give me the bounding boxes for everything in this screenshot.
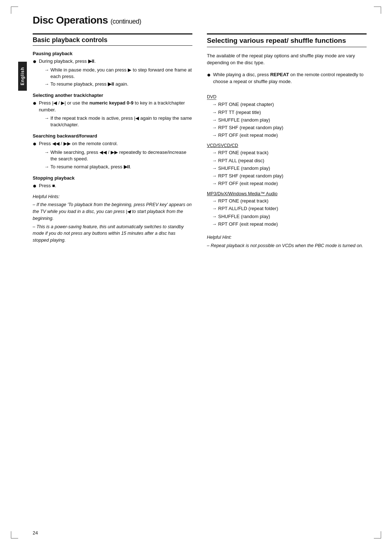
helpful-hints-title: Helpful Hints: (33, 193, 192, 200)
left-column: Basic playback controls Pausing playback… (33, 33, 192, 249)
mp3-section: MP3/DivX/Windows Media™ Audio → RPT ONE … (207, 191, 367, 228)
corner-mark-bl (11, 531, 18, 538)
page-title: Disc Operations (continued) (33, 15, 367, 26)
mp3-item-2: → RPT ALL/FLD (repeat folder) (212, 205, 367, 212)
vcd-item-1: → RPT ONE (repeat track) (212, 149, 367, 156)
mp3-item-4: → RPT OFF (exit repeat mode) (212, 221, 367, 228)
right-intro-text: The available of the repeat play options… (207, 52, 367, 66)
searching-arrows: → While searching, press ◀◀ / ▶▶ repeate… (39, 149, 192, 170)
page-number: 24 (33, 530, 38, 536)
helpful-hint-line-2: – This is a power-saving feature, this u… (33, 224, 192, 244)
selecting-bullet: ● Press |◀ / ▶| or use the numeric keypa… (33, 100, 192, 114)
dvd-item-5: → RPT OFF (exit repeat mode) (212, 132, 367, 139)
searching-bullet-text: Press ◀◀ / ▶▶ on the remote control. (39, 140, 192, 147)
stopping-bullet-text: Press ■. (39, 183, 192, 189)
pausing-heading: Pausing playback (33, 51, 192, 56)
helpful-hints: Helpful Hints: – If the message 'To play… (33, 193, 192, 244)
pausing-arrows: → While in pause mode, you can press ▶ t… (39, 67, 192, 88)
right-main-bullet: ● While playing a disc, press REPEAT on … (207, 71, 367, 85)
dvd-section: DVD → RPT ONE (repeat chapter) → RPT TT … (207, 90, 367, 139)
helpful-hint-line-1: – If the message 'To playback from the b… (33, 201, 192, 222)
corner-mark-tr (374, 7, 381, 14)
searching-arrow-2: → To resume normal playback, press ▶II. (44, 164, 192, 170)
left-section-heading: Basic playback controls (33, 33, 192, 46)
dvd-item-2: → RPT TT (repeat title) (212, 109, 367, 116)
pausing-arrow-2: → To resume playback, press ▶II again. (44, 81, 192, 87)
page-title-main: Disc Operations (33, 15, 108, 26)
right-main-bullet-text: While playing a disc, press REPEAT on th… (213, 71, 367, 85)
pausing-bullet: ● During playback, press ▶II. (33, 58, 192, 65)
searching-heading: Searching backward/forward (33, 133, 192, 139)
selecting-arrows: → If the repeat track mode is active, pr… (39, 115, 192, 128)
sidebar-language-label: English (18, 62, 27, 91)
vcd-item-5: → RPT OFF (exit repeat mode) (212, 180, 367, 187)
dvd-item-1: → RPT ONE (repeat chapter) (212, 101, 367, 108)
searching-arrow-1: → While searching, press ◀◀ / ▶▶ repeate… (44, 149, 192, 162)
selecting-arrow-1: → If the repeat track mode is active, pr… (44, 115, 192, 128)
right-section-heading: Selecting various repeat/ shuffle functi… (207, 33, 367, 47)
mp3-item-3: → SHUFFLE (random play) (212, 213, 367, 220)
dvd-item-4: → RPT SHF (repeat random play) (212, 124, 367, 131)
bullet-dot: ● (33, 183, 37, 190)
mp3-item-1: → RPT ONE (repeat track) (212, 198, 367, 204)
stopping-bullet: ● Press ■. (33, 183, 192, 190)
main-content: Basic playback controls Pausing playback… (33, 33, 367, 249)
searching-bullet: ● Press ◀◀ / ▶▶ on the remote control. (33, 140, 192, 148)
dvd-item-3: → SHUFFLE (random play) (212, 117, 367, 123)
right-helpful-hint-title: Helpful Hint: (207, 234, 367, 241)
bullet-dot: ● (33, 58, 37, 65)
bullet-dot: ● (33, 100, 37, 107)
right-helpful-hint-line-1: – Repeat playback is not possible on VCD… (207, 242, 367, 249)
bullet-dot: ● (33, 140, 37, 148)
vcd-label: VCD/SVCD/CD (207, 143, 367, 148)
vcd-item-4: → RPT SHF (repeat random play) (212, 173, 367, 179)
dvd-label: DVD (207, 94, 216, 100)
pausing-bullet-text: During playback, press ▶II. (39, 58, 192, 65)
vcd-item-2: → RPT ALL (repeat disc) (212, 157, 367, 164)
vcd-item-3: → SHUFFLE (random play) (212, 165, 367, 172)
right-helpful-hint: Helpful Hint: – Repeat playback is not p… (207, 234, 367, 249)
bullet-dot: ● (207, 71, 211, 79)
selecting-heading: Selecting another track/chapter (33, 93, 192, 98)
stopping-heading: Stopping playback (33, 175, 192, 181)
mp3-label: MP3/DivX/Windows Media™ Audio (207, 191, 367, 196)
corner-mark-br (374, 531, 381, 538)
mp3-items: → RPT ONE (repeat track) → RPT ALL/FLD (… (207, 198, 367, 228)
vcd-section: VCD/SVCD/CD → RPT ONE (repeat track) → R… (207, 143, 367, 187)
page-container: English Disc Operations (continued) Basi… (0, 0, 392, 553)
pausing-arrow-1: → While in pause mode, you can press ▶ t… (44, 67, 192, 80)
vcd-items: → RPT ONE (repeat track) → RPT ALL (repe… (207, 149, 367, 187)
selecting-bullet-text: Press |◀ / ▶| or use the numeric keypad … (39, 100, 192, 114)
right-column: Selecting various repeat/ shuffle functi… (207, 33, 367, 249)
corner-mark-tl (11, 7, 18, 14)
dvd-items: → RPT ONE (repeat chapter) → RPT TT (rep… (207, 101, 367, 139)
page-title-continued: (continued) (111, 18, 142, 25)
